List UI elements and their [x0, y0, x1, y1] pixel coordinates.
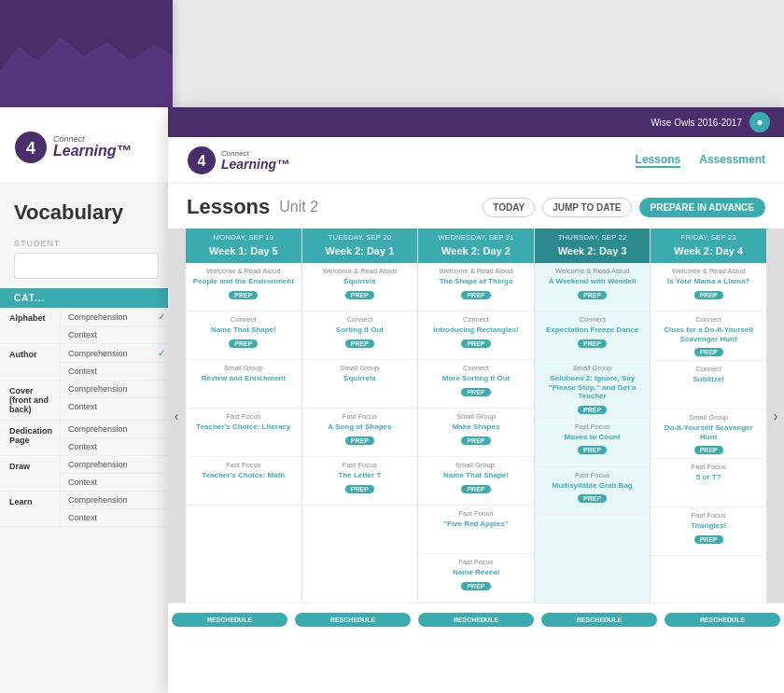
vocab-type-row[interactable]: Context [61, 326, 173, 343]
day-header: TUESDAY, SEP 20Week 2: Day 1 [302, 229, 418, 263]
today-button[interactable]: TODAY [483, 198, 535, 217]
prep-badge[interactable]: PREP [345, 291, 374, 299]
prep-badge[interactable]: PREP [461, 388, 490, 396]
vocab-type-row[interactable]: Comprehension [61, 421, 173, 438]
reschedule-button[interactable]: RESCHEDULE [665, 613, 780, 627]
prep-badge[interactable]: PREP [345, 485, 374, 493]
vocab-type-row[interactable]: Context [61, 398, 173, 415]
lesson-name[interactable]: Expectation Freeze Dance [546, 326, 638, 335]
student-input[interactable] [14, 253, 159, 279]
prep-badge[interactable]: PREP [578, 446, 607, 454]
lesson-cell: Fast Focus Name Reveal PREP [418, 554, 534, 603]
lesson-type: Fast Focus [343, 461, 377, 469]
lesson-name[interactable]: Clues for a Do-It-Yourself Scavenger Hun… [655, 326, 762, 343]
vocab-type-label: Comprehension [68, 349, 128, 358]
lesson-type: Connect [346, 315, 372, 324]
lesson-name[interactable]: Do-It-Yourself Scavenger Hunt [655, 423, 762, 441]
lesson-name[interactable]: The Letter T [339, 471, 382, 480]
prep-badge[interactable]: PREP [345, 340, 374, 348]
lesson-name[interactable]: Name Reveal [453, 568, 499, 577]
lesson-name[interactable]: Squirrels [343, 277, 376, 286]
vocab-type-row[interactable]: Comprehension [61, 492, 173, 509]
prep-badge[interactable]: PREP [694, 446, 723, 454]
lesson-name[interactable]: A Weekend with Wendell [549, 277, 637, 286]
lesson-cell: Small Group Solutions 2: Ignore, Say "Pl… [535, 360, 651, 419]
user-avatar[interactable]: ● [749, 112, 770, 132]
prep-badge[interactable]: PREP [578, 340, 607, 348]
prep-badge[interactable]: PREP [461, 340, 490, 348]
reschedule-button[interactable]: RESCHEDULE [418, 613, 534, 627]
lesson-type: Connect [231, 315, 257, 324]
vocab-type-row[interactable]: Comprehension✓ [61, 308, 173, 326]
lesson-name[interactable]: People and the Environment [193, 277, 294, 286]
lesson-name[interactable]: Is Your Mama a Llama? [667, 277, 749, 286]
day-column: THURSDAY, SEP 22Week 2: Day 3 Welcome & … [535, 229, 651, 603]
vocab-type-label: Comprehension [68, 312, 128, 322]
prep-badge[interactable]: PREP [578, 406, 607, 414]
lesson-name[interactable]: Sorting It Out [336, 326, 384, 335]
vocab-type-label: Comprehension [68, 424, 128, 434]
lesson-name[interactable]: Teacher's Choice: Math [202, 471, 285, 480]
prep-badge[interactable]: PREP [461, 582, 490, 590]
vocab-type-row[interactable]: Context [61, 363, 173, 380]
reschedule-button[interactable]: RESCHEDULE [295, 613, 411, 627]
prep-badge[interactable]: PREP [461, 291, 490, 299]
prep-badge[interactable]: PREP [694, 291, 723, 299]
lesson-name[interactable]: "Five Red Apples" [443, 520, 509, 529]
prep-badge[interactable]: PREP [229, 340, 258, 348]
lesson-name[interactable]: Triangles! [691, 521, 726, 531]
lesson-name[interactable]: Squirrels [343, 374, 376, 383]
vocab-type-row[interactable]: Comprehension [61, 381, 173, 398]
lesson-name[interactable]: Name That Shape! [211, 326, 276, 335]
lesson-name[interactable]: Solutions 2: Ignore, Say "Please Stop," … [539, 374, 646, 401]
vocab-row: DrawComprehensionContext [0, 456, 173, 492]
prepare-advance-button[interactable]: PREPARE IN ADVANCE [639, 198, 766, 217]
day-week: Week 2: Day 1 [325, 245, 394, 256]
lesson-name[interactable]: Name That Shape! [443, 471, 509, 480]
vocab-type-row[interactable]: Comprehension [61, 456, 173, 474]
vocab-type-row[interactable]: Context [61, 438, 173, 455]
lesson-name[interactable]: Subitize! [693, 375, 724, 384]
lesson-cell: Welcome & Read Aloud The Shape of Things… [418, 263, 534, 312]
lesson-name[interactable]: A Song of Shapes [328, 423, 391, 432]
vocab-check-icon: ✓ [158, 312, 165, 322]
lesson-cell: Fast Focus Multisyllable Grab Bag PREP [535, 467, 651, 516]
lesson-name[interactable]: Multisyllable Grab Bag [552, 481, 632, 491]
reschedule-button[interactable]: RESCHEDULE [172, 613, 287, 627]
main-logo-area: 4 Connect Learning™ [187, 146, 289, 175]
day-header: FRIDAY, SEP 23Week 2: Day 4 [651, 229, 766, 263]
prep-badge[interactable]: PREP [694, 535, 723, 544]
prep-badge[interactable]: PREP [461, 437, 490, 445]
lesson-name[interactable]: The Shape of Things [440, 277, 513, 286]
prep-badge[interactable]: PREP [345, 437, 374, 445]
day-date: THURSDAY, SEP 22 [540, 233, 645, 242]
category-header: Cat... [0, 288, 173, 308]
unit-label: Unit 2 [279, 199, 318, 215]
prep-badge[interactable]: PREP [229, 291, 258, 299]
reschedule-button[interactable]: RESCHEDULE [541, 613, 657, 627]
lesson-cell: Small Group Review and Enrichment [186, 360, 301, 409]
day-header: THURSDAY, SEP 22Week 2: Day 3 [535, 229, 651, 263]
lesson-name[interactable]: Review and Enrichment [202, 374, 286, 383]
lesson-name[interactable]: Teacher's Choice: Literacy [196, 423, 290, 432]
lesson-name[interactable]: 5 or T? [696, 473, 721, 482]
prep-badge[interactable]: PREP [578, 291, 607, 299]
vocab-type-row[interactable]: Context [61, 509, 173, 526]
lesson-name[interactable]: Introducing Rectangles! [433, 326, 519, 335]
prev-week-button[interactable]: ‹ [168, 229, 185, 603]
lesson-name[interactable]: Make Shapes [453, 423, 500, 432]
jump-date-button[interactable]: JUMP TO DATE [542, 198, 631, 217]
nav-lessons[interactable]: Lessons [636, 153, 681, 168]
vocab-type-row[interactable]: Context [61, 474, 173, 491]
nav-assessment[interactable]: Assessment [699, 153, 765, 168]
prep-badge[interactable]: PREP [461, 485, 490, 493]
lesson-name[interactable]: Moves to Count [565, 433, 621, 442]
day-column: TUESDAY, SEP 20Week 2: Day 1 Welcome & R… [302, 229, 419, 603]
next-week-button[interactable]: › [767, 229, 784, 603]
vocab-type-row[interactable]: Comprehension✓ [61, 344, 173, 363]
lesson-type: Welcome & Read Aloud [206, 267, 280, 275]
prep-badge[interactable]: PREP [578, 494, 607, 503]
lesson-name[interactable]: More Sorting It Out [442, 374, 510, 383]
lesson-type: Small Group [224, 364, 263, 372]
prep-badge[interactable]: PREP [694, 348, 723, 356]
